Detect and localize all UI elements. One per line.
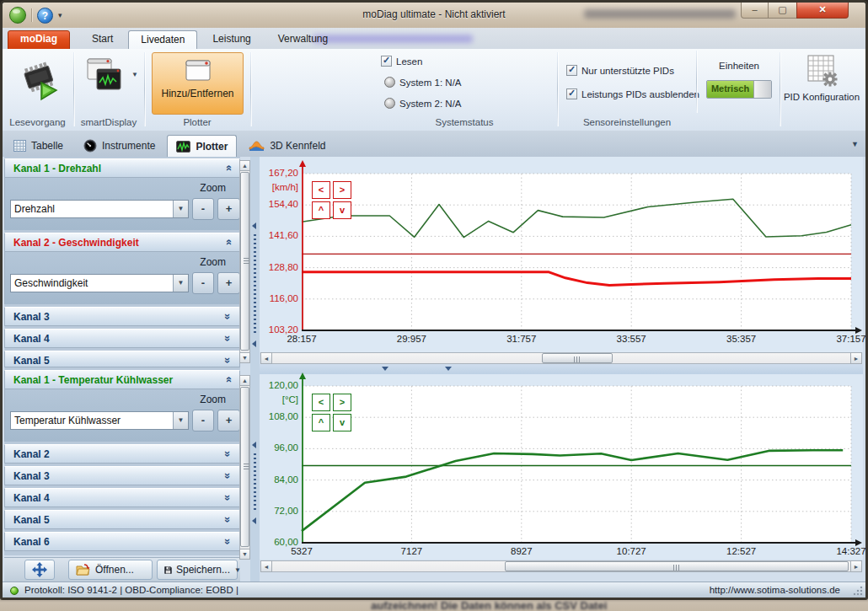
pan-right-button[interactable]: > xyxy=(333,394,351,411)
expand-chevron-icon[interactable]: » xyxy=(222,335,234,341)
y-tick-label: 116,00 xyxy=(261,293,298,303)
pan-left-button[interactable]: < xyxy=(312,181,330,199)
system1-radio[interactable]: System 1: N/A xyxy=(384,77,462,88)
zoom-in-button[interactable]: + xyxy=(217,198,240,220)
vendor-url[interactable]: http://www.sotima-solutions.de xyxy=(710,585,840,595)
geschwindigkeit-dropdown[interactable]: Geschwindigkeit▼ xyxy=(10,274,189,292)
temperatur-k-hlwasser-dropdown[interactable]: Temperatur Kühlwasser▼ xyxy=(10,411,189,430)
collapse-chevron-icon[interactable]: » xyxy=(222,239,234,245)
expand-chevron-icon[interactable]: » xyxy=(222,539,234,544)
zoom-out-button[interactable]: - xyxy=(192,198,214,220)
close-button[interactable]: ✕ xyxy=(796,3,849,19)
channel-panel-title: Kanal 1 - Temperatur Kühlwasser xyxy=(13,374,173,386)
minimize-button[interactable]: – xyxy=(741,3,769,19)
radio-icon xyxy=(384,98,395,109)
channel-panel-header-kanal-3[interactable]: Kanal 3» xyxy=(4,307,240,326)
group-label-smartdisplay[interactable]: smartDisplay xyxy=(74,117,143,127)
channel-panel-header-kanal-2-geschwindigkeit[interactable]: Kanal 2 - Geschwindigkeit» xyxy=(4,233,240,252)
ribbon-tab-start[interactable]: Start xyxy=(80,30,125,49)
expand-chevron-icon[interactable]: » xyxy=(222,495,234,501)
channel-sidebar: Kanal 1 - Drehzahl»ZoomDrehzahl▼-+Kanal … xyxy=(4,157,240,555)
sidebar-splitter[interactable] xyxy=(250,157,260,582)
channel-panel-title: Kanal 4 xyxy=(13,333,50,345)
pid-konfiguration-label[interactable]: PID Konfiguration xyxy=(780,91,863,103)
nur-unterstuetzte-pids-checkbox[interactable]: Nur unterstützte PIDs xyxy=(566,65,674,76)
dropdown-caret-icon[interactable]: ▼ xyxy=(173,412,188,429)
ribbon-tab-verwaltung[interactable]: Verwaltung xyxy=(266,30,340,49)
background-window-text: aufzeichnen! Die Daten können als CSV Da… xyxy=(371,599,607,611)
collapse-chevron-icon[interactable]: » xyxy=(222,377,234,383)
channel-panel-header-kanal-6[interactable]: Kanal 6» xyxy=(4,532,240,551)
toggle-knob[interactable] xyxy=(753,81,771,98)
y-tick-label: 96,00 xyxy=(261,442,298,453)
system2-radio[interactable]: System 2: N/A xyxy=(384,98,462,109)
expand-chevron-icon[interactable]: » xyxy=(222,357,234,363)
maximize-button[interactable]: ▢ xyxy=(769,3,796,19)
group-separator xyxy=(250,52,251,126)
group-label-sensoreinstellungen[interactable]: Sensoreinstellungen xyxy=(558,117,696,127)
channel-panel-header-kanal-1-drehzahl[interactable]: Kanal 1 - Drehzahl» xyxy=(4,158,240,178)
hinzu-entfernen-button[interactable]: Hinzu/Entfernen xyxy=(152,52,244,115)
channel-panel-header-kanal-5[interactable]: Kanal 5» xyxy=(4,510,240,529)
group-label-lesevorgang[interactable]: Lesevorgang xyxy=(3,117,72,127)
zoom-out-button[interactable]: - xyxy=(192,410,214,431)
leistungs-pids-label: Leistungs PIDs ausblenden xyxy=(581,89,699,99)
dropdown-caret-icon[interactable]: ▼ xyxy=(173,275,188,292)
dropdown-value: Drehzahl xyxy=(11,201,173,217)
pan-up-button[interactable]: ^ xyxy=(312,414,330,431)
leistungs-pids-checkbox[interactable]: Leistungs PIDs ausblenden xyxy=(566,88,699,99)
channel-panel-header-kanal-3[interactable]: Kanal 3» xyxy=(4,466,240,485)
y-tick-label: 120,00 xyxy=(261,380,298,390)
view-tab-3d-kennfeld[interactable]: 3D Kennfeld xyxy=(240,135,334,157)
resize-grip[interactable] xyxy=(853,586,863,596)
collapse-chevron-icon[interactable]: » xyxy=(222,165,234,171)
panel-menu-caret-icon[interactable]: ▼ xyxy=(851,140,859,148)
expand-chevron-icon[interactable]: » xyxy=(222,517,234,523)
save-label: Speichern... xyxy=(176,564,230,576)
channel-panel-header-kanal-4[interactable]: Kanal 4» xyxy=(4,488,240,507)
channel-panel-header-kanal-4[interactable]: Kanal 4» xyxy=(4,329,240,348)
channel-panel-header-kanal-5[interactable]: Kanal 5» xyxy=(4,351,240,367)
expand-chevron-icon[interactable]: » xyxy=(222,314,234,319)
channel-panel-header-kanal-2[interactable]: Kanal 2» xyxy=(4,444,240,464)
y-tick-label: 84,00 xyxy=(261,474,298,485)
smartdisplay-caret-icon[interactable]: ▼ xyxy=(131,71,138,78)
einheiten-toggle[interactable]: Metrisch xyxy=(706,80,772,99)
pan-right-button[interactable]: > xyxy=(333,181,351,199)
pan-up-button[interactable]: ^ xyxy=(312,201,330,219)
group-label-systemstatus[interactable]: Systemstatus xyxy=(372,117,556,127)
chip-icon[interactable] xyxy=(19,56,58,110)
drehzahl-dropdown[interactable]: Drehzahl▼ xyxy=(10,200,189,218)
open-button[interactable]: Öffnen... xyxy=(68,560,153,580)
dropdown-caret-icon[interactable]: ▼ xyxy=(173,201,188,217)
view-tab-tabelle[interactable]: Tabelle xyxy=(5,135,72,157)
fit-view-button[interactable] xyxy=(24,560,55,580)
zoom-in-button[interactable]: + xyxy=(217,272,240,294)
group-label-plotter[interactable]: Plotter xyxy=(145,117,249,127)
ribbon-tab-livedaten[interactable]: Livedaten xyxy=(128,30,197,50)
channel-panel-body: ZoomGeschwindigkeit▼-+ xyxy=(4,252,240,304)
ribbon-tab-leistung[interactable]: Leistung xyxy=(201,30,262,49)
save-button[interactable]: Speichern... xyxy=(157,560,238,580)
pid-konfiguration-icon[interactable] xyxy=(806,54,839,91)
zoom-out-button[interactable]: - xyxy=(192,272,214,294)
ribbon-tab-row: moDiagStartLivedatenLeistungVerwaltung xyxy=(3,28,865,49)
plotter-icon xyxy=(176,141,190,153)
ribbon-tab-modiag[interactable]: moDiag xyxy=(8,30,70,51)
chart-splitter[interactable] xyxy=(260,364,863,374)
expand-chevron-icon[interactable]: » xyxy=(222,451,234,457)
expand-chevron-icon[interactable]: » xyxy=(222,473,234,479)
pan-down-button[interactable]: v xyxy=(333,201,351,219)
toolbar-overflow-caret-icon[interactable]: ▼ xyxy=(234,566,241,574)
view-tab-plotter[interactable]: Plotter xyxy=(167,135,237,158)
pan-left-button[interactable]: < xyxy=(312,394,330,411)
zoom-in-button[interactable]: + xyxy=(217,410,240,431)
x-tick-label: 12:527 xyxy=(715,546,769,556)
channel-panel-header-kanal-1-temperatur-k-hlwasser[interactable]: Kanal 1 - Temperatur Kühlwasser» xyxy=(4,370,240,389)
pan-down-button[interactable]: v xyxy=(333,414,351,431)
view-tab-instrumente[interactable]: Instrumente xyxy=(75,135,163,157)
smartdisplay-icon[interactable] xyxy=(86,56,123,98)
view-tab-label: Plotter xyxy=(196,141,228,153)
einheiten-divider xyxy=(696,51,697,113)
lesen-checkbox[interactable]: Lesen xyxy=(381,56,422,67)
